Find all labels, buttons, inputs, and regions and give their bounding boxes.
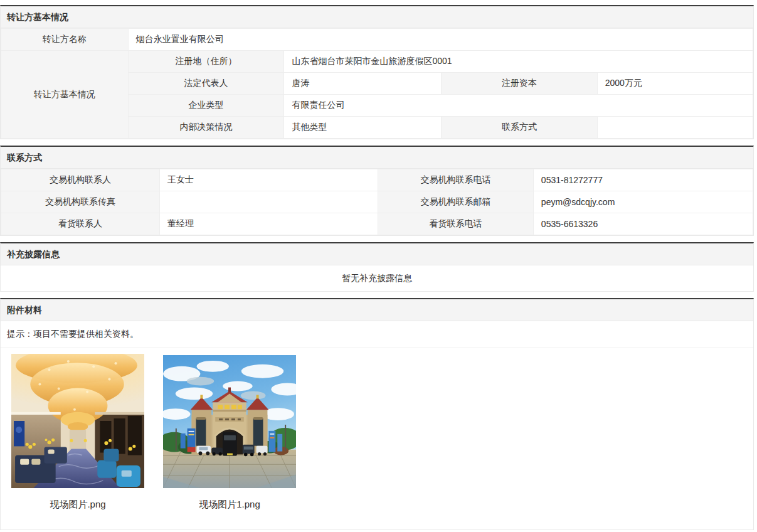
agency-contact-phone-value: 0531-81272777 [533, 169, 753, 191]
section-attachments: 附件材料 提示：项目不需要提供相关资料。 [0, 298, 754, 530]
registered-address-label: 注册地（住所） [128, 51, 284, 73]
attachment-filename[interactable]: 现场图片1.png [163, 499, 296, 511]
enterprise-type-value: 有限责任公司 [284, 95, 753, 117]
attachment-item: 现场图片.png [11, 354, 144, 511]
section-title-attachments: 附件材料 [1, 299, 753, 321]
contact-method-label: 联系方式 [441, 117, 597, 139]
attachments-list: 现场图片.png [1, 348, 753, 529]
table-row: 转让方名称 烟台永业置业有限公司 [1, 29, 753, 51]
agency-contact-person-label: 交易机构联系人 [1, 169, 160, 191]
agency-contact-phone-label: 交易机构联系电话 [378, 169, 534, 191]
attachment-thumbnail-gate-photo[interactable] [163, 355, 296, 488]
legal-representative-label: 法定代表人 [128, 73, 284, 95]
project-detail-page: 转让方基本情况 转让方名称 烟台永业置业有限公司 转让方基本情况 注册地（住所）… [0, 0, 757, 530]
attachment-filename[interactable]: 现场图片.png [11, 499, 144, 511]
internal-decision-label: 内部决策情况 [128, 117, 284, 139]
section-title-contact: 联系方式 [1, 147, 753, 169]
section-title-transferor: 转让方基本情况 [1, 6, 753, 28]
table-row: 交易机构联系人 王女士 交易机构联系电话 0531-81272777 [1, 169, 753, 191]
transferor-name-label: 转让方名称 [1, 29, 129, 51]
attachment-thumbnail-lobby-photo[interactable] [11, 354, 144, 488]
section-supplementary-disclosure: 补充披露信息 暂无补充披露信息 [0, 242, 754, 292]
enterprise-type-label: 企业类型 [128, 95, 284, 117]
agency-contact-fax-value [159, 191, 378, 213]
inspection-contact-phone-value: 0535-6613326 [533, 213, 753, 235]
transferor-name-value: 烟台永业置业有限公司 [128, 29, 753, 51]
supplementary-empty-text: 暂无补充披露信息 [1, 265, 753, 291]
legal-representative-value: 唐涛 [284, 73, 442, 95]
gate-photo-image [163, 355, 296, 488]
agency-contact-email-label: 交易机构联系邮箱 [378, 191, 534, 213]
table-row: 交易机构联系传真 交易机构联系邮箱 peym@sdcqjy.com [1, 191, 753, 213]
inspection-contact-phone-label: 看货联系电话 [378, 213, 534, 235]
agency-contact-fax-label: 交易机构联系传真 [1, 191, 160, 213]
registered-address-value: 山东省烟台市莱阳市金山旅游度假区0001 [284, 51, 753, 73]
transferor-group-label: 转让方基本情况 [1, 51, 129, 139]
inspection-contact-person-label: 看货联系人 [1, 213, 160, 235]
table-row: 看货联系人 董经理 看货联系电话 0535-6613326 [1, 213, 753, 235]
contact-table: 交易机构联系人 王女士 交易机构联系电话 0531-81272777 交易机构联… [1, 169, 753, 235]
section-transferor-info: 转让方基本情况 转让方名称 烟台永业置业有限公司 转让方基本情况 注册地（住所）… [0, 5, 754, 139]
transferor-table: 转让方名称 烟台永业置业有限公司 转让方基本情况 注册地（住所） 山东省烟台市莱… [1, 28, 753, 139]
section-title-supplementary: 补充披露信息 [1, 243, 753, 265]
table-row: 转让方基本情况 注册地（住所） 山东省烟台市莱阳市金山旅游度假区0001 [1, 51, 753, 73]
internal-decision-value: 其他类型 [284, 117, 442, 139]
attachments-tip-text: 提示：项目不需要提供相关资料。 [1, 321, 753, 348]
section-contact-info: 联系方式 交易机构联系人 王女士 交易机构联系电话 0531-81272777 … [0, 146, 754, 236]
attachment-item: 现场图片1.png [163, 355, 296, 511]
inspection-contact-person-value: 董经理 [159, 213, 378, 235]
contact-method-value [597, 117, 753, 139]
agency-contact-person-value: 王女士 [159, 169, 378, 191]
registered-capital-label: 注册资本 [441, 73, 597, 95]
registered-capital-value: 2000万元 [597, 73, 753, 95]
lobby-photo-image [11, 354, 144, 488]
agency-contact-email-value: peym@sdcqjy.com [533, 191, 753, 213]
